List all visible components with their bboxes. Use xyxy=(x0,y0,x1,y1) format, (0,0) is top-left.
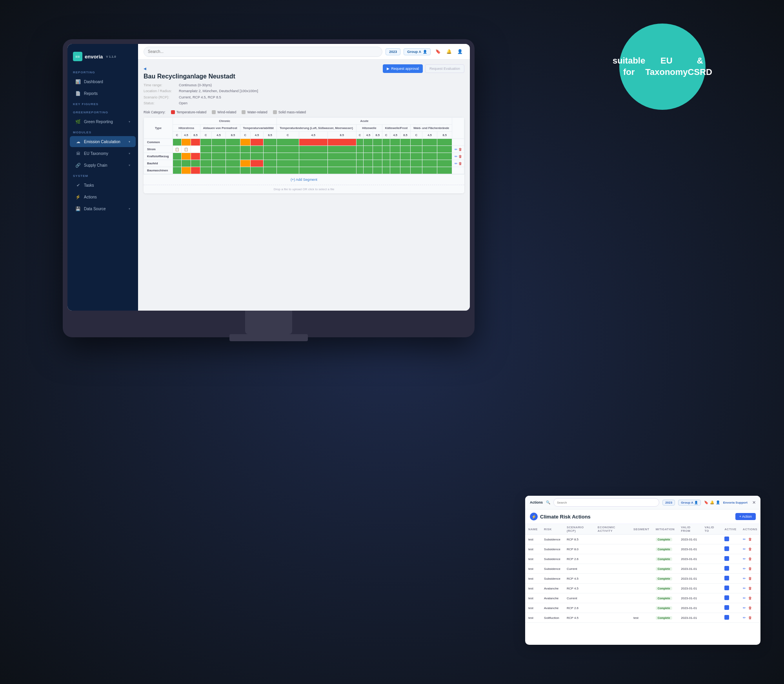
request-approval-button[interactable]: ▶ Request approval xyxy=(383,64,423,73)
delete-button[interactable]: 🗑 xyxy=(748,567,752,571)
edit-button[interactable]: ✏ xyxy=(743,577,746,580)
edit-button[interactable]: ✏ xyxy=(743,537,746,541)
sc-cur-7: C xyxy=(410,132,422,139)
user-icon: 👤 xyxy=(423,50,427,54)
active-checkbox[interactable] xyxy=(724,546,729,551)
search-input[interactable] xyxy=(144,47,382,57)
close-icon[interactable]: ✕ xyxy=(752,500,756,505)
cell-risk: Subsidence xyxy=(541,535,564,544)
edit-button[interactable]: ✏ xyxy=(743,596,746,600)
sidebar-item-reports[interactable]: 📄 Reports xyxy=(70,88,136,99)
drop-zone[interactable]: Drop a file to upload OR click to select… xyxy=(144,185,464,193)
chevron-down-icon: ▾ xyxy=(129,152,130,155)
topbar-icons: 🔖 🔔 👤 xyxy=(434,47,464,56)
cell-valid-from: 2023-01-01 xyxy=(678,544,701,554)
sidebar-item-label: Actions xyxy=(84,195,97,199)
active-checkbox[interactable] xyxy=(724,576,729,580)
request-evaluation-button[interactable]: Request Evaluation xyxy=(425,64,464,73)
delete-button[interactable]: 🗑 xyxy=(748,586,752,590)
sc-85-5: 8.5 xyxy=(373,132,382,139)
cell xyxy=(390,160,400,167)
solid-dot xyxy=(273,110,277,114)
cell-economic xyxy=(595,603,630,613)
bell-icon[interactable]: 🔔 xyxy=(445,47,453,56)
hitzestress-header: Hitzestress xyxy=(173,125,200,132)
sc-85-2: 8.5 xyxy=(226,132,240,139)
delete-button[interactable]: 🗑 xyxy=(748,616,752,620)
sc-cur-3: C xyxy=(240,132,250,139)
cell-active xyxy=(721,593,740,603)
active-checkbox[interactable] xyxy=(724,586,729,590)
sidebar-item-greenreporting[interactable]: 🌿 Green Reporting ▾ xyxy=(70,116,136,127)
edit-button[interactable]: ✏ xyxy=(743,586,746,590)
edit-button[interactable]: ✏ xyxy=(743,567,746,571)
wind-dot xyxy=(212,110,216,114)
delete-button[interactable]: 🗑 xyxy=(748,596,752,600)
edit-button[interactable]: ✏ xyxy=(743,557,746,561)
actions-year-badge[interactable]: 2023 xyxy=(662,500,675,506)
edit-button[interactable]: ✏ xyxy=(743,616,746,620)
row-label-baufeld: Baufeld xyxy=(144,160,173,167)
sidebar-item-eutaxonomy[interactable]: 🏛 EU Taxonomy ▾ xyxy=(70,148,136,159)
active-checkbox[interactable] xyxy=(724,595,729,600)
cell-segment xyxy=(630,554,653,564)
cell xyxy=(299,146,327,153)
legend-water: Water-related xyxy=(242,110,267,114)
add-segment-button[interactable]: (+) Add Segment xyxy=(144,174,464,185)
table-row: Baufeld xyxy=(144,160,464,167)
user-icon-2[interactable]: 👤 xyxy=(716,500,720,504)
edit-button[interactable]: ✏ xyxy=(743,606,746,610)
cell-valid-from: 2023-01-01 xyxy=(678,535,701,544)
active-checkbox[interactable] xyxy=(724,556,729,561)
delete-button[interactable]: 🗑 xyxy=(748,557,752,561)
group-badge[interactable]: Group A 👤 xyxy=(404,48,431,55)
delete-button[interactable]: 🗑 xyxy=(748,577,752,580)
cell xyxy=(373,146,382,153)
sidebar-item-emission[interactable]: ☁ Emission Calculation ▾ xyxy=(70,136,136,147)
sidebar-item-tasks[interactable]: ✔ Tasks xyxy=(70,180,136,191)
sidebar-item-datasource[interactable]: 💾 Data Source ▾ xyxy=(70,203,136,214)
sidebar-item-supplychain[interactable]: 🔗 Supply Chain ▾ xyxy=(70,160,136,171)
cell xyxy=(226,146,240,153)
sidebar-item-actions[interactable]: ⚡ Actions xyxy=(70,191,136,202)
bookmark-icon-2[interactable]: 🔖 xyxy=(704,500,708,504)
cell-actions: ✏ 🗑 xyxy=(740,584,760,593)
bookmark-icon[interactable]: 🔖 xyxy=(434,47,442,56)
chart-icon: 📊 xyxy=(75,79,81,84)
sidebar-item-dashboard[interactable]: 📊 Dashboard xyxy=(70,76,136,87)
cell-segment xyxy=(630,574,653,584)
cell-name: test xyxy=(525,544,541,554)
active-checkbox[interactable] xyxy=(724,615,729,620)
active-checkbox[interactable] xyxy=(724,605,729,610)
sidebar-item-label: Tasks xyxy=(84,183,94,187)
table-row: Kraftstoffbezug xyxy=(144,153,464,160)
active-checkbox[interactable] xyxy=(724,566,729,571)
cell xyxy=(200,160,211,167)
cell-segment xyxy=(630,593,653,603)
cell xyxy=(264,146,276,153)
sc-45-4: 4.5 xyxy=(299,132,327,139)
delete-button[interactable]: 🗑 xyxy=(748,537,752,541)
add-action-button[interactable]: + Action xyxy=(735,513,756,520)
cell xyxy=(437,153,452,160)
delete-button[interactable]: 🗑 xyxy=(748,547,752,551)
cell xyxy=(211,153,226,160)
cell xyxy=(276,153,299,160)
table-row: test Subsidence RCP 2.6 Complete 2023-01… xyxy=(525,554,760,564)
cell-actions: ✏ 🗑 xyxy=(740,535,760,544)
sc-cur-6: C xyxy=(382,132,390,139)
active-checkbox[interactable] xyxy=(724,537,729,541)
year-badge[interactable]: 2023 xyxy=(386,48,400,55)
back-button[interactable]: ◀ xyxy=(144,67,148,71)
sc-85-7: 8.5 xyxy=(437,132,452,139)
cell xyxy=(364,167,373,174)
bell-icon-2[interactable]: 🔔 xyxy=(710,500,714,504)
delete-button[interactable]: 🗑 xyxy=(748,606,752,610)
user-avatar-icon[interactable]: 👤 xyxy=(456,47,464,56)
actions-group-badge[interactable]: Group A 👤 xyxy=(678,500,701,506)
actions-search-input[interactable] xyxy=(553,498,659,507)
edit-button[interactable]: ✏ xyxy=(743,547,746,551)
cell-name: test xyxy=(525,584,541,593)
th-economic: ECONOMIC ACTIVITY xyxy=(595,524,630,535)
cell-risk: Avalanche xyxy=(541,593,564,603)
